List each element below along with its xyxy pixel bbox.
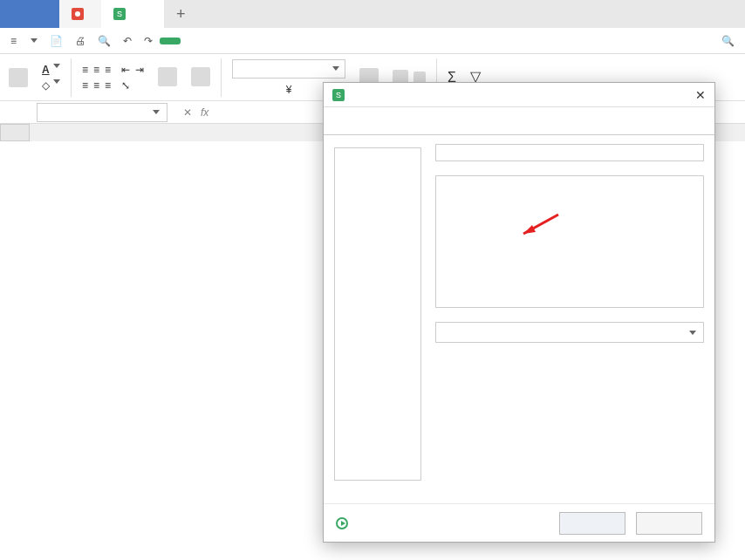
font-color-icon[interactable]: A	[42, 64, 50, 76]
menu-start[interactable]	[160, 38, 181, 44]
redo-icon[interactable]: ↷	[139, 31, 158, 51]
align-mid-icon[interactable]: ≡	[93, 64, 99, 76]
align-top-icon[interactable]: ≡	[82, 64, 88, 76]
dialog-body	[324, 135, 714, 489]
play-icon	[336, 517, 348, 529]
rib-font-tools: A ◇	[38, 64, 64, 92]
select-all-corner[interactable]	[0, 124, 30, 141]
menu-dev[interactable]	[297, 37, 315, 45]
save-icon[interactable]: 📄	[44, 31, 68, 51]
align-right-icon[interactable]: ≡	[105, 79, 111, 92]
rib-wrap[interactable]	[188, 67, 214, 88]
format-options-panel	[435, 144, 704, 481]
preview-icon[interactable]: 🔍	[92, 31, 116, 51]
fill-color-icon[interactable]: ◇	[42, 79, 50, 92]
menu-bar: ≡ 📄 🖨 🔍 ↶ ↷ 🔍	[0, 28, 745, 54]
number-format-combo[interactable]	[232, 59, 345, 79]
undo-icon[interactable]: ↶	[118, 31, 137, 51]
format-description	[324, 489, 714, 503]
dropdown-icon[interactable]	[53, 64, 60, 68]
spreadsheet-icon: S	[332, 89, 345, 101]
document-tabs-bar: S +	[0, 0, 745, 28]
chevron-down-icon	[689, 331, 696, 335]
category-list[interactable]	[334, 147, 421, 481]
indent-dec-icon[interactable]: ⇤	[121, 64, 130, 76]
ok-button[interactable]	[559, 512, 625, 535]
align-bot-icon[interactable]: ≡	[105, 64, 111, 76]
tab-templates[interactable]	[59, 0, 101, 28]
rib-merge[interactable]	[154, 67, 181, 88]
rib-paste[interactable]	[5, 68, 31, 87]
dropdown-icon[interactable]	[53, 79, 60, 84]
tips-link[interactable]	[336, 517, 353, 529]
app-menu-icon[interactable]: ≡	[5, 31, 22, 51]
orient-icon[interactable]: ⤡	[121, 79, 130, 92]
separator	[71, 58, 72, 97]
name-box[interactable]	[37, 103, 167, 122]
new-tab-button[interactable]: +	[176, 5, 186, 24]
dialog-titlebar: S ✕	[324, 83, 714, 107]
close-icon[interactable]: ✕	[695, 88, 706, 102]
menu-formula[interactable]	[221, 37, 238, 45]
fx-icon[interactable]: fx	[201, 106, 208, 119]
type-list[interactable]	[435, 175, 704, 308]
menu-data[interactable]	[240, 37, 257, 45]
search-box[interactable]: 🔍	[721, 35, 740, 47]
cancel-button[interactable]	[636, 512, 702, 535]
paste-icon	[9, 68, 28, 87]
chevron-down-icon	[332, 66, 339, 71]
separator	[221, 58, 222, 97]
menu-layout[interactable]	[202, 37, 219, 45]
tab-home[interactable]	[0, 0, 59, 28]
dialog-tabs	[324, 107, 714, 135]
locale-combo[interactable]	[435, 322, 704, 343]
dialog-footer	[324, 503, 714, 542]
menu-member[interactable]	[317, 37, 334, 45]
wrap-icon	[191, 67, 210, 86]
tab-workbook1[interactable]: S	[101, 0, 164, 28]
merge-icon	[158, 67, 177, 86]
formula-icons: ✕ fx	[174, 106, 217, 119]
category-panel	[334, 144, 421, 481]
sample-box	[435, 144, 704, 161]
menu-view[interactable]	[278, 37, 296, 45]
currency-icon[interactable]: ¥	[286, 84, 292, 96]
menu-review[interactable]	[259, 37, 277, 45]
cancel-edit-icon[interactable]: ✕	[183, 106, 192, 119]
cell-format-dialog: S ✕	[323, 82, 715, 543]
indent-inc-icon[interactable]: ⇥	[135, 64, 144, 76]
spreadsheet-icon: S	[113, 8, 126, 20]
rib-align: ≡ ≡ ≡ ≡ ≡ ≡ ⇤ ⇥ ⤡	[79, 64, 147, 92]
docer-icon	[72, 8, 84, 20]
align-center-icon[interactable]: ≡	[93, 79, 99, 92]
file-menu[interactable]	[24, 35, 43, 46]
chevron-down-icon	[153, 110, 160, 114]
print-icon[interactable]: 🖨	[70, 31, 91, 51]
align-left-icon[interactable]: ≡	[82, 79, 88, 92]
menu-insert[interactable]	[182, 37, 200, 45]
